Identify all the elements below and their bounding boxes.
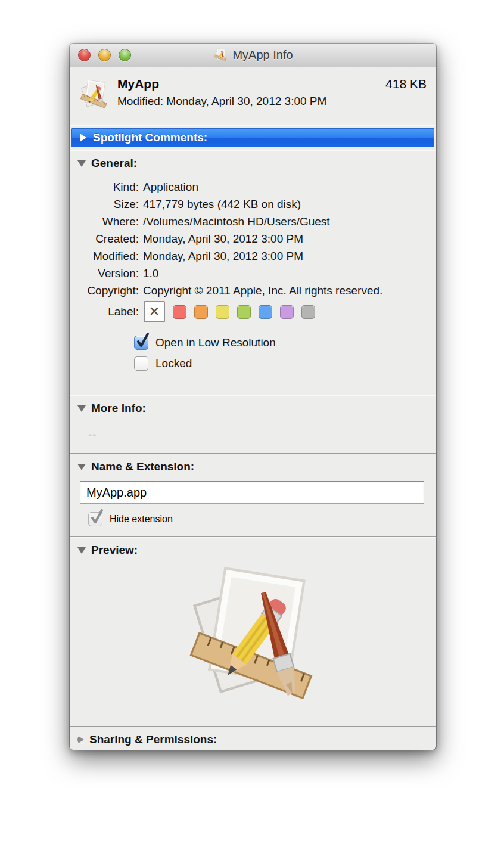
open-low-resolution-checkbox[interactable] xyxy=(134,336,148,350)
row-label: Copyright: xyxy=(70,282,139,299)
app-mini-icon xyxy=(213,48,228,63)
row-value: /Volumes/Macintosh HD/Users/Guest xyxy=(139,213,330,230)
row-label: Where: xyxy=(70,213,139,230)
label-swatch-gray[interactable] xyxy=(301,305,315,319)
more-info-value: -- xyxy=(88,428,436,441)
disclosure-triangle-icon[interactable] xyxy=(77,736,84,744)
label-swatch-red[interactable] xyxy=(173,305,186,319)
spotlight-comments-header[interactable]: Spotlight Comments: xyxy=(71,128,434,147)
section-sharing-permissions: Sharing & Permissions: xyxy=(70,727,436,750)
row-value: 417,779 bytes (442 KB on disk) xyxy=(139,196,301,213)
row-label: Kind: xyxy=(70,178,139,196)
general-label: General: xyxy=(91,157,137,170)
disclosure-triangle-icon[interactable] xyxy=(77,464,86,470)
more-info-header[interactable]: More Info: xyxy=(70,396,436,415)
file-size: 418 KB xyxy=(385,77,427,91)
general-checkboxes: Open in Low Resolution Locked xyxy=(134,336,436,371)
info-row-version: Version: 1.0 xyxy=(70,265,436,282)
preview-label: Preview: xyxy=(91,544,138,557)
info-row-modified: Modified: Monday, April 30, 2012 3:00 PM xyxy=(70,247,436,265)
filename-input[interactable] xyxy=(80,481,424,504)
disclosure-triangle-icon[interactable] xyxy=(80,134,86,142)
close-button[interactable] xyxy=(78,49,91,61)
general-header[interactable]: General: xyxy=(70,151,436,170)
info-header: MyApp 418 KB Modified: Monday, April 30,… xyxy=(70,67,436,125)
row-value: Monday, April 30, 2012 3:00 PM xyxy=(139,247,303,265)
preview-header[interactable]: Preview: xyxy=(70,538,436,557)
label-swatch-orange[interactable] xyxy=(194,305,208,319)
disclosure-triangle-icon[interactable] xyxy=(77,160,86,167)
preview-area xyxy=(70,557,436,726)
spotlight-comments-label: Spotlight Comments: xyxy=(93,131,207,144)
hide-extension-row: Hide extension xyxy=(88,512,436,526)
info-row-size: Size: 417,779 bytes (442 KB on disk) xyxy=(70,196,436,213)
info-row-created: Created: Monday, April 30, 2012 3:00 PM xyxy=(70,230,436,247)
open-low-resolution-label: Open in Low Resolution xyxy=(155,336,276,349)
general-info-rows: Kind: Application Size: 417,779 bytes (4… xyxy=(70,178,436,299)
window-controls xyxy=(70,44,131,67)
hide-extension-label: Hide extension xyxy=(110,514,173,525)
info-row-copyright: Copyright: Copyright © 2011 Apple, Inc. … xyxy=(70,282,436,299)
row-label: Version: xyxy=(70,265,139,282)
label-color-row: Label: ✕ xyxy=(70,301,436,322)
label-none-button[interactable]: ✕ xyxy=(144,301,165,322)
row-label: Size: xyxy=(70,196,139,213)
row-label: Modified: xyxy=(70,247,139,265)
disclosure-triangle-icon[interactable] xyxy=(77,405,86,412)
zoom-button[interactable] xyxy=(119,49,131,61)
file-name: MyApp xyxy=(117,77,159,91)
sharing-permissions-label: Sharing & Permissions: xyxy=(89,733,217,746)
label-swatch-blue[interactable] xyxy=(259,305,272,319)
row-label: Created: xyxy=(70,230,139,247)
locked-row: Locked xyxy=(134,356,436,371)
label-swatch-green[interactable] xyxy=(237,305,251,319)
more-info-label: More Info: xyxy=(91,402,146,415)
minimize-button[interactable] xyxy=(98,49,111,61)
info-row-kind: Kind: Application xyxy=(70,178,436,196)
title-bar[interactable]: MyApp Info xyxy=(70,44,436,67)
hide-extension-checkbox[interactable] xyxy=(88,512,102,526)
get-info-window: MyApp Info MyApp 418 KB Modified: Monday… xyxy=(70,44,436,750)
row-value: Copyright © 2011 Apple, Inc. All rights … xyxy=(139,282,382,299)
section-more-info: More Info: -- xyxy=(70,396,436,453)
x-icon: ✕ xyxy=(149,304,160,319)
row-value: Monday, April 30, 2012 3:00 PM xyxy=(139,230,303,247)
label-row-label: Label: xyxy=(70,305,139,318)
file-modified: Modified: Monday, April 30, 2012 3:00 PM xyxy=(117,95,427,108)
sharing-permissions-header[interactable]: Sharing & Permissions: xyxy=(70,727,436,746)
row-value: Application xyxy=(139,178,198,196)
window-title: MyApp Info xyxy=(232,48,293,62)
header-text: MyApp 418 KB Modified: Monday, April 30,… xyxy=(111,77,427,108)
row-value: 1.0 xyxy=(139,265,158,282)
locked-label: Locked xyxy=(155,357,192,370)
disclosure-triangle-icon[interactable] xyxy=(77,547,86,554)
info-row-where: Where: /Volumes/Macintosh HD/Users/Guest xyxy=(70,213,436,230)
label-swatch-yellow[interactable] xyxy=(216,305,229,319)
open-low-resolution-row: Open in Low Resolution xyxy=(134,336,436,350)
app-preview-icon xyxy=(173,560,333,719)
screenshot-page: MyApp Info MyApp 418 KB Modified: Monday… xyxy=(0,0,504,844)
section-general: General: Kind: Application Size: 417,779… xyxy=(70,151,436,395)
label-swatch-purple[interactable] xyxy=(280,305,294,319)
app-icon xyxy=(77,78,111,113)
window-title-group: MyApp Info xyxy=(213,48,293,63)
locked-checkbox[interactable] xyxy=(134,356,148,371)
label-swatches: ✕ xyxy=(139,301,315,322)
section-name-extension: Name & Extension: Hide extension xyxy=(70,454,436,536)
name-extension-label: Name & Extension: xyxy=(91,460,194,473)
spotlight-zone: Spotlight Comments: xyxy=(70,126,436,150)
name-extension-header[interactable]: Name & Extension: xyxy=(70,454,436,473)
section-preview: Preview: xyxy=(70,538,436,726)
